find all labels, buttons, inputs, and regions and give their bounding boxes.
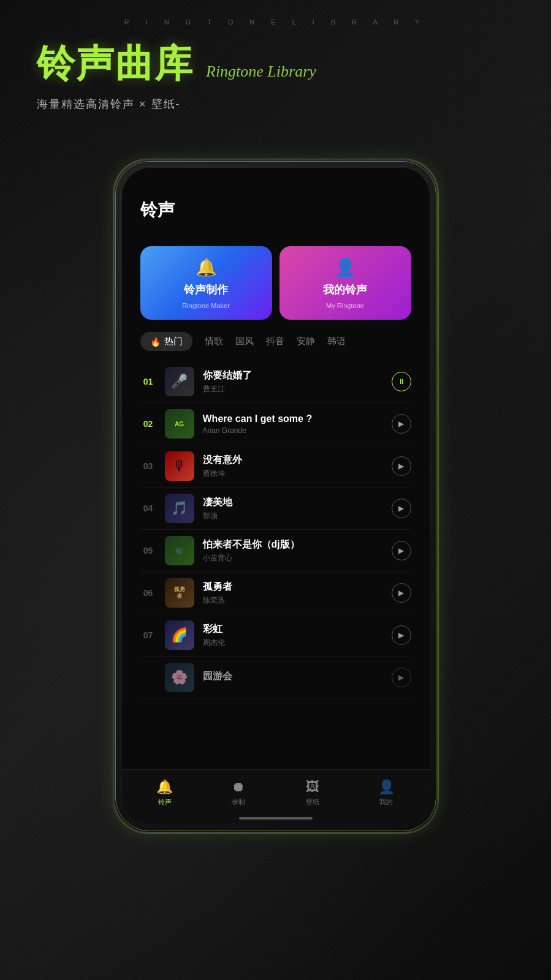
play-button[interactable]: ▶	[392, 583, 411, 603]
tab-hot[interactable]: 🔥 热门	[140, 332, 192, 351]
top-label: R I N G T O N E L I B R A R Y	[37, 18, 514, 26]
title-row: 铃声曲库 Ringtone Library	[37, 38, 514, 89]
play-icon: ▶	[398, 462, 404, 470]
song-artist: 蔡徐坤	[203, 469, 383, 479]
list-item[interactable]: 02 AG Where can I get some ? Arian Grand…	[140, 403, 411, 445]
ringtone-maker-card[interactable]: 🔔 铃声制作 Ringtone Maker	[140, 246, 272, 320]
song-artist: 小蓝背心	[203, 553, 383, 564]
nav-ringtone[interactable]: 🔔 铃声	[128, 779, 202, 807]
song-info: 孤勇者 陈奕迅	[203, 581, 383, 606]
song-artist: 周杰伦	[203, 638, 383, 648]
play-button[interactable]: ▶	[392, 668, 411, 687]
play-button[interactable]: ▶	[392, 625, 411, 645]
list-item[interactable]: 06 孤勇者 孤勇者 陈奕迅 ▶	[140, 572, 411, 614]
title-chinese: 铃声曲库	[37, 38, 194, 89]
song-number: 02	[140, 419, 156, 429]
song-info: 彩虹 周杰伦	[203, 623, 383, 648]
song-info: 没有意外 蔡徐坤	[203, 454, 383, 479]
song-title: Where can I get some ?	[203, 413, 383, 424]
song-artist: 曹王江	[203, 384, 383, 394]
list-item[interactable]: 01 🎤 你要结婚了 曹王江 ⏸	[140, 361, 411, 403]
maker-label-en: Ringtone Maker	[182, 302, 230, 309]
song-info: 怕来者不是你（dj版） 小蓝背心	[203, 538, 383, 564]
nav-mine[interactable]: 👤 我的	[349, 779, 424, 807]
song-artist: Arian Grande	[203, 426, 383, 435]
phone-mockup: 铃声 🔔 铃声制作 Ringtone Maker 👤 我的铃声 My Ringt…	[113, 159, 438, 833]
tab-korean[interactable]: 韩语	[327, 336, 346, 347]
screen-content: 铃声 🔔 铃声制作 Ringtone Maker 👤 我的铃声 My Ringt…	[122, 168, 430, 824]
list-item[interactable]: 07 🌈 彩虹 周杰伦 ▶	[140, 614, 411, 657]
song-title: 孤勇者	[203, 581, 383, 594]
list-item[interactable]: 04 🎵 凄美地 郭顶 ▶	[140, 488, 411, 530]
song-thumbnail: 🎼	[165, 536, 194, 565]
mine-nav-icon: 👤	[378, 779, 395, 795]
song-thumbnail: AG	[165, 409, 194, 439]
title-english: Ringtone Library	[206, 62, 316, 81]
play-icon: ▶	[398, 631, 404, 639]
song-thumbnail: 🎵	[165, 494, 194, 523]
bottom-navigation: 🔔 铃声 ⏺ 录制 🖼 壁纸 👤 我的	[122, 769, 430, 824]
nav-ringtone-label: 铃声	[158, 797, 172, 807]
app-header: 铃声	[122, 168, 430, 246]
song-title: 彩虹	[203, 623, 383, 636]
song-title: 凄美地	[203, 496, 383, 509]
play-icon: ▶	[398, 420, 404, 428]
song-info: 你要结婚了 曹王江	[203, 369, 383, 394]
play-icon: ▶	[398, 504, 404, 513]
page-header: R I N G T O N E L I B R A R Y 铃声曲库 Ringt…	[0, 0, 551, 111]
song-number: 05	[140, 546, 156, 556]
song-thumbnail: 孤勇者	[165, 578, 194, 608]
maker-label-cn: 铃声制作	[184, 282, 228, 297]
cards-row: 🔔 铃声制作 Ringtone Maker 👤 我的铃声 My Ringtone	[122, 246, 430, 332]
list-item[interactable]: 🌸 园游会 ▶	[140, 657, 411, 699]
my-label-cn: 我的铃声	[323, 282, 367, 297]
my-label-en: My Ringtone	[326, 302, 364, 309]
song-thumbnail: 🌸	[165, 663, 194, 692]
app-title: 铃声	[140, 198, 411, 222]
song-artist: 陈奕迅	[203, 595, 383, 606]
my-ringtone-card[interactable]: 👤 我的铃声 My Ringtone	[279, 246, 411, 320]
fire-icon: 🔥	[150, 337, 161, 347]
list-item[interactable]: 03 🎙 没有意外 蔡徐坤 ▶	[140, 445, 411, 488]
ringtone-nav-icon: 🔔	[156, 779, 173, 795]
play-icon: ▶	[398, 589, 404, 597]
song-info: 凄美地 郭顶	[203, 496, 383, 521]
pause-icon: ⏸	[398, 377, 405, 386]
phone-screen: 铃声 🔔 铃声制作 Ringtone Maker 👤 我的铃声 My Ringt…	[122, 168, 430, 824]
tab-douyin[interactable]: 抖音	[266, 336, 284, 347]
song-info: 园游会	[203, 670, 383, 685]
song-number: 07	[140, 630, 156, 640]
nav-wallpaper-label: 壁纸	[306, 797, 319, 807]
home-indicator	[239, 817, 313, 820]
play-button[interactable]: ▶	[392, 414, 411, 434]
wallpaper-nav-icon: 🖼	[306, 779, 319, 795]
song-title: 怕来者不是你（dj版）	[203, 538, 383, 551]
song-title: 园游会	[203, 670, 383, 683]
nav-wallpaper[interactable]: 🖼 壁纸	[276, 779, 350, 807]
song-title: 没有意外	[203, 454, 383, 467]
song-thumbnail: 🌈	[165, 620, 194, 650]
nav-mine-label: 我的	[379, 797, 393, 807]
song-title: 你要结婚了	[203, 369, 383, 382]
song-info: Where can I get some ? Arian Grande	[203, 413, 383, 435]
play-icon: ▶	[398, 546, 404, 555]
pause-button[interactable]: ⏸	[392, 372, 411, 391]
play-button[interactable]: ▶	[392, 456, 411, 476]
song-number: 03	[140, 461, 156, 471]
tab-love[interactable]: 情歌	[205, 336, 223, 347]
subtitle: 海量精选高清铃声 × 壁纸-	[37, 97, 514, 111]
tab-chinese[interactable]: 国风	[235, 336, 254, 347]
play-button[interactable]: ▶	[392, 541, 411, 560]
song-number: 04	[140, 503, 156, 513]
nav-record[interactable]: ⏺ 录制	[202, 779, 276, 807]
song-thumbnail: 🎙	[165, 451, 194, 481]
tab-quiet[interactable]: 安静	[297, 336, 315, 347]
play-button[interactable]: ▶	[392, 499, 411, 518]
list-item[interactable]: 05 🎼 怕来者不是你（dj版） 小蓝背心 ▶	[140, 530, 411, 572]
record-nav-icon: ⏺	[232, 779, 245, 795]
song-artist: 郭顶	[203, 511, 383, 521]
bell-icon: 🔔	[196, 257, 217, 277]
song-thumbnail: 🎤	[165, 367, 194, 396]
song-number: 06	[140, 588, 156, 598]
phone-outer-frame: 铃声 🔔 铃声制作 Ringtone Maker 👤 我的铃声 My Ringt…	[113, 159, 438, 833]
